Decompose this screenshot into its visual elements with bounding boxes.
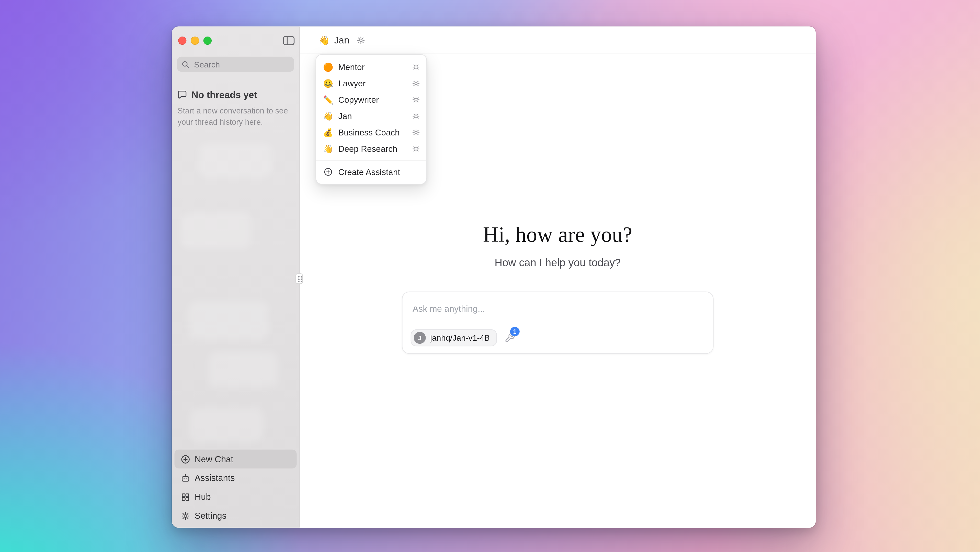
chat-panel: 👋 Jan 🟠 Mentor 🤐 Lawyer (299, 26, 815, 528)
search-box[interactable] (177, 57, 294, 72)
gear-icon (356, 35, 365, 44)
assistant-item-label: Business Coach (338, 127, 399, 137)
search-icon (181, 60, 190, 68)
composer[interactable]: J janhq/Jan-v1-4B 1 (402, 291, 714, 354)
stage: No threads yet Start a new conversation … (0, 0, 980, 552)
assistant-item-label: Copywriter (338, 95, 379, 104)
assistant-item-label: Lawyer (338, 78, 366, 88)
assistant-settings-button[interactable] (356, 35, 365, 44)
sidebar-nav: New Chat Assistants Hub (175, 450, 297, 525)
app-window: No threads yet Start a new conversation … (172, 26, 816, 528)
robot-icon (181, 473, 190, 483)
sidebar-item-label: Settings (194, 511, 226, 520)
assistant-item-label: Mentor (338, 62, 365, 72)
assistant-item-emoji: ✏️ (323, 95, 334, 104)
model-avatar: J (414, 332, 426, 344)
composer-toolbar: J janhq/Jan-v1-4B 1 (411, 329, 705, 347)
tools-button[interactable]: 1 (504, 332, 515, 343)
greeting-subtitle: How can I help you today? (300, 257, 816, 269)
sidebar-item-hub[interactable]: Hub (175, 487, 297, 506)
assistant-item-emoji: 👋 (323, 144, 334, 153)
assistant-item-settings-icon[interactable] (412, 95, 420, 103)
minimize-button[interactable] (191, 37, 199, 45)
close-button[interactable] (178, 37, 186, 45)
sidebar-item-label: Hub (194, 492, 211, 502)
zoom-button[interactable] (204, 37, 212, 45)
sidebar-item-label: Assistants (194, 473, 235, 483)
sidebar-item-settings[interactable]: Settings (175, 506, 297, 525)
empty-state-description: Start a new conversation to see your thr… (178, 105, 293, 128)
menu-divider (316, 160, 426, 161)
assistant-menu-item-mentor[interactable]: 🟠 Mentor (316, 59, 426, 75)
assistant-item-settings-icon[interactable] (412, 128, 420, 136)
titlebar: 👋 Jan (300, 26, 816, 54)
message-input[interactable] (402, 292, 713, 313)
assistant-menu-item-lawyer[interactable]: 🤐 Lawyer (316, 75, 426, 91)
assistant-menu-item-jan[interactable]: 👋 Jan (316, 108, 426, 124)
create-assistant-button[interactable]: Create Assistant (316, 164, 426, 180)
assistant-item-label: Jan (338, 111, 352, 121)
assistant-item-emoji: 🤐 (323, 78, 334, 88)
assistant-menu-item-deep-research[interactable]: 👋 Deep Research (316, 140, 426, 157)
assistant-item-label: Deep Research (338, 144, 397, 153)
greeting-title: Hi, how are you? (300, 223, 816, 247)
greeting: Hi, how are you? How can I help you toda… (300, 223, 816, 269)
chat-bubble-icon (178, 90, 187, 99)
threads-empty-state: No threads yet Start a new conversation … (178, 89, 293, 128)
assistant-item-settings-icon[interactable] (412, 79, 420, 87)
assistant-menu-item-business-coach[interactable]: 💰 Business Coach (316, 124, 426, 140)
sidebar-item-label: New Chat (194, 454, 233, 464)
plus-circle-icon (323, 167, 334, 176)
model-selector[interactable]: J janhq/Jan-v1-4B (411, 329, 497, 347)
gear-icon (181, 511, 190, 520)
plus-circle-icon (181, 454, 190, 464)
sidebar-toggle-icon (282, 35, 294, 45)
assistant-item-settings-icon[interactable] (412, 145, 420, 153)
sidebar-item-assistants[interactable]: Assistants (175, 468, 297, 487)
ghost-thread-placeholder (181, 212, 251, 249)
model-name: janhq/Jan-v1-4B (430, 333, 490, 342)
assistant-name: Jan (334, 35, 349, 46)
sidebar: No threads yet Start a new conversation … (172, 26, 299, 528)
tools-count-badge: 1 (510, 327, 519, 336)
assistant-item-emoji: 🟠 (323, 62, 334, 72)
assistant-emoji: 👋 (319, 35, 330, 44)
search-input[interactable] (193, 59, 290, 70)
sidebar-resize-handle[interactable] (296, 273, 303, 284)
assistant-item-emoji: 👋 (323, 111, 334, 121)
assistant-menu-item-copywriter[interactable]: ✏️ Copywriter (316, 91, 426, 108)
ghost-thread-placeholder (198, 144, 273, 178)
grip-dots-icon (297, 275, 301, 282)
sidebar-toggle-button[interactable] (282, 35, 295, 46)
ghost-thread-placeholder (188, 301, 269, 340)
ghost-thread-placeholder (208, 352, 278, 388)
window-controls (178, 37, 211, 45)
create-assistant-label: Create Assistant (338, 167, 400, 177)
empty-state-title: No threads yet (191, 89, 257, 100)
sidebar-item-new-chat[interactable]: New Chat (175, 450, 297, 468)
assistant-item-settings-icon[interactable] (412, 112, 420, 120)
assistant-item-settings-icon[interactable] (412, 63, 420, 71)
assistant-item-emoji: 💰 (323, 127, 334, 137)
assistant-menu: 🟠 Mentor 🤐 Lawyer ✏️ Copywriter 👋 Jan (315, 54, 427, 185)
ghost-thread-placeholder (190, 408, 264, 442)
blocks-icon (181, 492, 190, 502)
assistant-switcher[interactable]: 👋 Jan (319, 35, 349, 46)
